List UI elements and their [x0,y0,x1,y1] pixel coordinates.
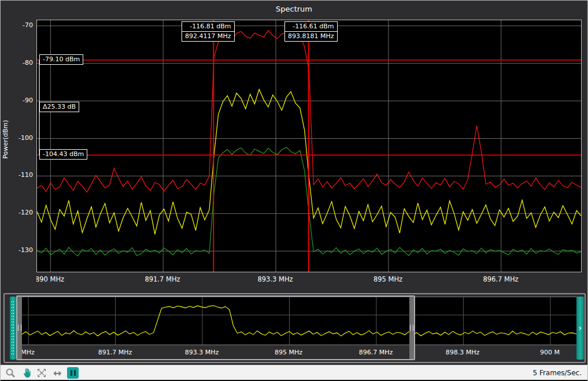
y-tick-label: -90 [23,97,33,104]
x-tick-label: 893.3 MHz [257,275,293,283]
y-axis-tick-labels: -70-80-90-100-110-120-130 [11,20,34,272]
marker-box-freq2[interactable]: -116.61 dBm 893.8181 MHz [284,21,338,42]
pause-button[interactable] [66,367,79,379]
nav-tick-label: 900 M [540,349,560,356]
pan-hand-icon [20,367,32,379]
handle-grip-icon [410,325,413,331]
frequency-navigator: MHz891.7 MHz893.3 MHz895 MHz896.7 MHz898… [3,293,586,363]
marker-box-power-low[interactable]: -104.43 dBm [39,149,87,160]
y-axis-title: Power(dBm) [2,102,10,177]
framerate-label: Frames/Sec. [539,369,582,377]
nav-selection-window[interactable] [16,295,415,360]
page-title: Spectrum [276,5,312,13]
marker-power-value: -104.43 dBm [40,150,87,159]
spectrum-plot[interactable]: -116.81 dBm 892.4117 MHz -116.61 dBm 893… [36,20,582,272]
grip-dashes-icon [13,301,14,355]
x-tick-label: 891.7 MHz [145,275,180,283]
panel-title: Spectrum [1,1,587,18]
bottom-toolbar: ↔ 5 Frames/Sec. [1,365,587,380]
y-tick-label: -100 [19,134,33,142]
horizontal-arrows-icon: ↔ [53,367,61,379]
app-window: Spectrum Power(dBm) -70-80-90-100-110-12… [0,0,588,381]
marker-box-delta[interactable]: Δ25.33 dB [39,102,79,112]
horizontal-span-button[interactable]: ↔ [51,367,64,379]
pan-button[interactable] [20,367,32,379]
y-tick-label: -130 [19,246,33,254]
marker-power-value: -116.61 dBm [285,22,337,31]
zoom-button[interactable] [4,367,17,379]
nav-selection-left-handle[interactable] [17,297,22,359]
grip-dashes-icon [12,301,12,355]
framerate-value: 5 [532,369,537,377]
y-tick-label: -120 [19,209,33,216]
y-tick-label: -70 [23,21,33,29]
framerate-status: 5 Frames/Sec. [532,365,582,380]
x-tick-label: 890 MHz [36,275,64,283]
nav-right-grip[interactable]: › [576,297,584,360]
marker-box-freq1[interactable]: -116.81 dBm 892.4117 MHz [182,21,235,42]
x-axis-tick-labels: 890 MHz891.7 MHz893.3 MHz895 MHz896.7 MH… [36,274,582,284]
marker-freq-value: 892.4117 MHz [182,31,234,41]
handle-grip-icon [18,325,21,331]
y-tick-label: -110 [19,171,33,179]
toolbar-buttons: ↔ [4,367,79,379]
x-tick-label: 895 MHz [373,275,402,283]
nav-tick-label: 898.3 MHz [446,349,480,356]
marker-power-value: -79.10 dBm [40,55,83,64]
expand-arrows-icon [36,367,47,379]
nav-selection-right-handle[interactable] [409,297,414,359]
marker-power-value: -116.81 dBm [182,22,234,31]
x-tick-label: 896.7 MHz [483,275,518,283]
y-tick-label: -80 [23,59,33,66]
spectrum-chart-svg [37,20,581,272]
pause-icon [67,367,79,379]
nav-left-grip[interactable] [10,297,16,360]
fit-extents-button[interactable] [35,367,48,379]
chevron-right-icon: › [576,323,584,332]
marker-delta-value: Δ25.33 dB [40,102,79,112]
marker-freq-value: 893.8181 MHz [285,31,337,41]
magnifier-icon [5,367,16,379]
marker-box-power-high[interactable]: -79.10 dBm [39,54,83,65]
